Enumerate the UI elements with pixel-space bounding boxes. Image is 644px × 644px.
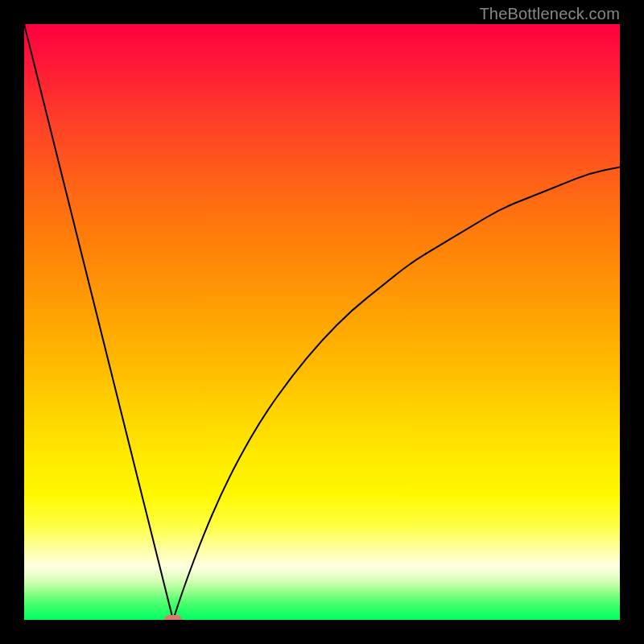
- optimal-point-marker: [164, 615, 182, 620]
- curve-path: [24, 24, 620, 620]
- bottleneck-curve: [24, 24, 620, 620]
- watermark-text: TheBottleneck.com: [479, 5, 620, 23]
- chart-frame: TheBottleneck.com: [0, 0, 644, 644]
- chart-plot-area: [24, 24, 620, 620]
